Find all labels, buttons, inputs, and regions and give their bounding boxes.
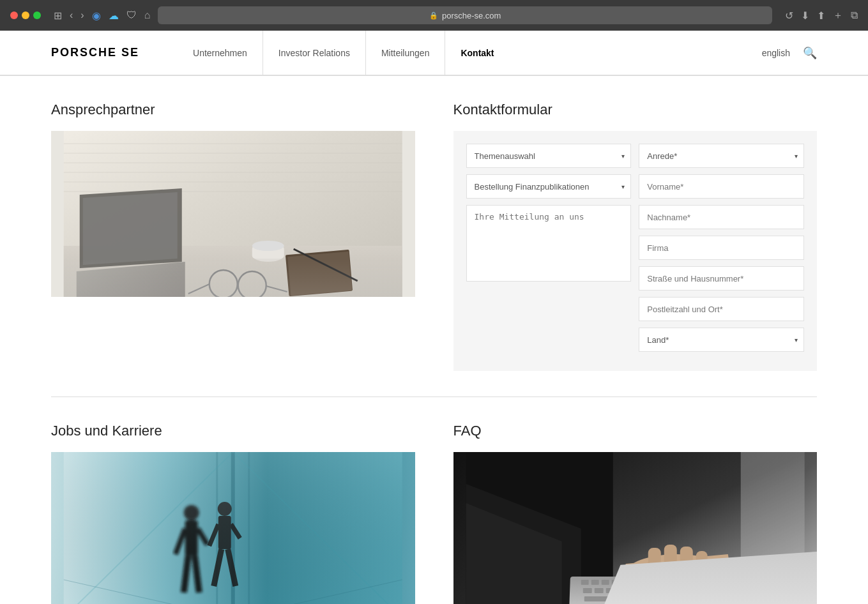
ansprechpartner-title: Ansprechpartner [51, 102, 415, 118]
main-content: Ansprechpartner [0, 76, 868, 604]
svg-rect-86 [740, 452, 804, 604]
themenauswahl-select[interactable]: Themenauswahl [466, 144, 632, 168]
svg-rect-70 [582, 588, 591, 593]
mitteilung-wrap [466, 205, 632, 352]
faq-title: FAQ [453, 423, 818, 439]
svg-rect-74 [628, 588, 637, 593]
svg-rect-64 [662, 580, 670, 585]
land-wrap: Land* ▾ [639, 328, 804, 352]
lock-icon: 🔒 [429, 11, 438, 20]
anrede-wrap: Anrede* ▾ [639, 144, 804, 168]
svg-rect-72 [605, 588, 614, 593]
themenauswahl-wrap: Themenauswahl ▾ [466, 144, 632, 168]
forward-icon[interactable]: › [80, 10, 84, 21]
traffic-lights [10, 11, 41, 19]
svg-rect-51 [648, 548, 660, 580]
kontaktformular-section: Kontaktformular Themenauswahl ▾ Anrede* [453, 102, 818, 371]
language-switch[interactable]: english [762, 48, 790, 58]
svg-rect-75 [640, 588, 649, 593]
mitteilung-textarea[interactable] [466, 205, 632, 282]
search-icon[interactable]: 🔍 [803, 46, 817, 60]
firma-input[interactable] [639, 236, 804, 260]
close-button[interactable] [10, 11, 18, 19]
svg-rect-58 [601, 580, 609, 585]
faq-image [453, 452, 818, 604]
svg-rect-66 [683, 580, 690, 585]
svg-point-14 [252, 241, 284, 251]
nav-right: english 🔍 [762, 46, 817, 60]
svg-rect-80 [697, 588, 706, 593]
svg-rect-59 [611, 580, 619, 585]
form-row-2: Bestellung Finanzpublikationen ▾ [466, 174, 805, 199]
tabs-icon[interactable]: ⧉ [851, 10, 858, 21]
desk-svg [51, 131, 415, 297]
contact-form: Themenauswahl ▾ Anrede* ▾ [453, 131, 818, 371]
site-logo[interactable]: PORSCHE SE [51, 46, 139, 59]
url-text: porsche-se.com [442, 11, 501, 20]
svg-rect-52 [664, 545, 676, 580]
vorname-input[interactable] [639, 174, 804, 199]
new-tab-icon[interactable]: ＋ [833, 9, 843, 22]
strasse-input[interactable] [639, 266, 804, 291]
faq-svg [453, 452, 818, 604]
maximize-button[interactable] [33, 11, 41, 19]
address-bar[interactable]: 🔒 porsche-se.com [158, 6, 772, 24]
reload-icon[interactable]: ↺ [785, 10, 793, 22]
sidebar-toggle-icon[interactable]: ⊞ [54, 10, 62, 22]
share-icon[interactable]: ⬆ [817, 10, 825, 22]
section-divider [51, 396, 817, 397]
faq-section: FAQ [453, 423, 818, 604]
svg-rect-62 [642, 580, 650, 585]
back-icon[interactable]: ‹ [70, 10, 73, 21]
anrede-select[interactable]: Anrede* [639, 144, 804, 168]
nav-item-investor-relations[interactable]: Investor Relations [263, 31, 365, 75]
right-fields [639, 174, 804, 199]
svg-rect-44 [64, 452, 402, 604]
extension-icon-3[interactable]: 🛡 [126, 10, 137, 21]
home-icon[interactable]: ⌂ [144, 10, 151, 21]
jobs-section: Jobs und Karriere [51, 423, 415, 604]
svg-rect-60 [621, 580, 629, 585]
extension-icon-2[interactable]: ☁ [109, 10, 119, 22]
svg-rect-54 [696, 551, 707, 580]
jobs-svg [51, 452, 415, 604]
svg-rect-69 [713, 580, 721, 585]
svg-rect-56 [581, 580, 588, 585]
svg-rect-57 [591, 580, 598, 585]
top-two-col: Ansprechpartner [51, 102, 817, 371]
svg-marker-11 [83, 192, 178, 265]
ansprechpartner-section: Ansprechpartner [51, 102, 415, 371]
bottom-two-col: Jobs und Karriere [51, 423, 817, 604]
nav-item-unternehmen[interactable]: Unternehmen [178, 31, 263, 75]
bestellung-select[interactable]: Bestellung Finanzpublikationen [466, 174, 632, 199]
address-fields: Land* ▾ [639, 205, 804, 352]
ansprechpartner-image [51, 131, 415, 297]
nav-item-mitteilungen[interactable]: Mitteilungen [365, 31, 445, 75]
svg-rect-82 [625, 596, 683, 601]
svg-rect-23 [64, 259, 402, 297]
plz-input[interactable] [639, 297, 804, 321]
svg-rect-53 [680, 547, 692, 580]
svg-rect-65 [673, 580, 680, 585]
nachname-input[interactable] [639, 205, 804, 229]
svg-rect-77 [663, 588, 672, 593]
nav-item-kontakt[interactable]: Kontakt [445, 31, 509, 75]
land-select[interactable]: Land* [639, 328, 804, 352]
svg-rect-73 [617, 588, 626, 593]
svg-rect-63 [652, 580, 660, 585]
site-header: PORSCHE SE Unternehmen Investor Relation… [0, 31, 868, 75]
browser-nav-icons: ⊞ ‹ › ◉ ☁ 🛡 ⌂ [54, 10, 150, 22]
browser-right-icons: ↺ ⬇ ⬆ ＋ ⧉ [785, 9, 858, 22]
svg-rect-71 [594, 588, 603, 593]
website: PORSCHE SE Unternehmen Investor Relation… [0, 31, 868, 604]
svg-rect-78 [674, 588, 683, 593]
extension-icon-1[interactable]: ◉ [92, 10, 101, 22]
svg-rect-81 [584, 596, 622, 601]
form-row-3: Land* ▾ [466, 205, 805, 352]
svg-rect-76 [651, 588, 660, 593]
bestellung-wrap: Bestellung Finanzpublikationen ▾ [466, 174, 632, 199]
svg-rect-83 [686, 596, 718, 601]
download-icon[interactable]: ⬇ [801, 10, 809, 22]
minimize-button[interactable] [22, 11, 29, 19]
svg-rect-79 [686, 588, 695, 593]
